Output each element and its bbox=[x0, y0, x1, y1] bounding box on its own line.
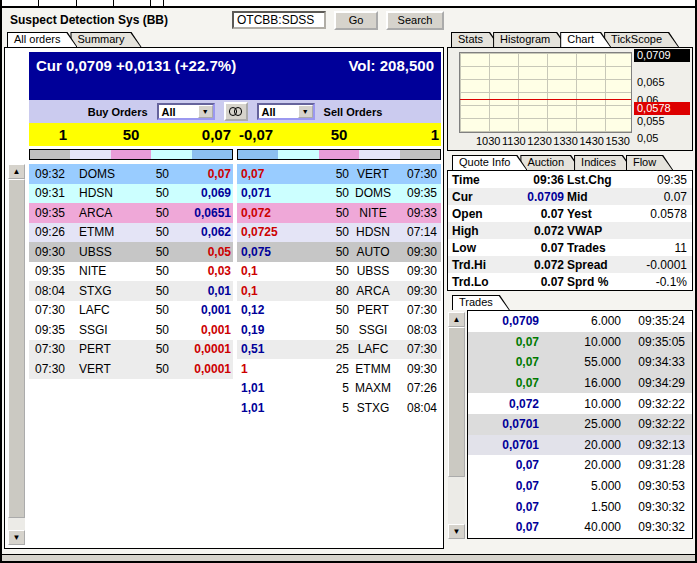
intraday-chart: 0,0709 0,065 0,06 0,0578 0,055 0,05 1030… bbox=[447, 47, 693, 151]
symbol-input[interactable] bbox=[232, 11, 326, 29]
sell-order-row[interactable]: 0,071 50 DOMS 09:35 bbox=[237, 184, 441, 204]
chart-y-axis: 0,0709 0,065 0,06 0,0578 0,055 0,05 bbox=[632, 50, 690, 148]
quote-info-row: Trd.Hi 0.072 Spread -0.0001 bbox=[448, 256, 692, 273]
ask-count: 1 bbox=[373, 126, 441, 143]
buy-order-row[interactable]: 09:35 SSGI 50 0,001 bbox=[29, 320, 233, 340]
tab-trades[interactable]: Trades bbox=[452, 295, 510, 310]
filter-strip: Buy Orders All ▼ All ▼ Sell Orders bbox=[29, 100, 441, 123]
trade-row[interactable]: 0,07 55.000 09:34:33 bbox=[468, 352, 692, 373]
depth-segment bbox=[192, 150, 232, 159]
trades-table: 0,0709 6.000 09:35:24 0,07 10.000 09:35:… bbox=[467, 310, 693, 539]
sell-order-row[interactable]: 0,075 50 AUTO 09:30 bbox=[237, 242, 441, 262]
sell-filter-select[interactable]: All ▼ bbox=[257, 103, 315, 120]
bid-count: 1 bbox=[29, 126, 97, 143]
sell-depth-bar bbox=[237, 149, 441, 160]
buy-order-row[interactable]: 07:30 PERT 50 0,0001 bbox=[29, 340, 233, 360]
scroll-thumb[interactable] bbox=[8, 179, 25, 518]
quote-info-row: Trd.Lo 0.07 Sprd % -0.1% bbox=[448, 273, 692, 290]
trade-row[interactable]: 0,0701 25.000 09:32:22 bbox=[468, 414, 692, 435]
scroll-up-button[interactable]: ▲ bbox=[8, 164, 25, 179]
tab-auction[interactable]: Auction bbox=[520, 155, 581, 170]
buy-order-row[interactable]: 09:31 HDSN 50 0,069 bbox=[29, 184, 233, 204]
x-axis-label: 1530 bbox=[605, 135, 629, 148]
header-bar: Suspect Detection Sys (BB) Go Search bbox=[2, 8, 695, 30]
tab-tickscope[interactable]: TickScope bbox=[604, 32, 679, 47]
tab-stats[interactable]: Stats bbox=[451, 32, 500, 47]
buy-order-row[interactable]: 09:35 NITE 50 0,03 bbox=[29, 262, 233, 282]
quote-info-row: Open 0.07 Yest 0.0578 bbox=[448, 205, 692, 222]
scroll-down-button[interactable]: ▼ bbox=[8, 530, 25, 545]
buy-order-row[interactable]: 07:30 LAFC 50 0,001 bbox=[29, 301, 233, 321]
buy-order-row[interactable]: 09:35 ARCA 50 0,0651 bbox=[29, 203, 233, 223]
depth-segment bbox=[30, 150, 70, 159]
buy-orders-label: Buy Orders bbox=[88, 106, 148, 118]
sell-order-row[interactable]: 0,07 50 VERT 07:30 bbox=[237, 164, 441, 184]
sell-order-row[interactable]: 0,0725 50 HDSN 07:14 bbox=[237, 223, 441, 243]
sell-order-row[interactable]: 0,19 50 SSGI 08:03 bbox=[237, 320, 441, 340]
trade-row[interactable]: 0,07 10.000 09:35:05 bbox=[468, 332, 692, 353]
depth-segment bbox=[359, 150, 399, 159]
sell-order-row[interactable]: 0,51 25 LAFC 07:30 bbox=[237, 340, 441, 360]
scroll-up-button[interactable]: ▲ bbox=[448, 312, 465, 327]
x-axis-label: 1230 bbox=[527, 135, 551, 148]
trade-row[interactable]: 0,0709 6.000 09:35:24 bbox=[468, 311, 692, 332]
buy-order-row[interactable]: 09:30 UBSS 50 0,05 bbox=[29, 242, 233, 262]
order-view-tabs: All orders Summary bbox=[2, 30, 446, 47]
best-bid-ask-bar: 1 50 0,07 -0,07 50 1 bbox=[29, 123, 441, 146]
tab-flow[interactable]: Flow bbox=[626, 155, 673, 170]
scroll-thumb[interactable] bbox=[448, 327, 465, 477]
buy-order-row[interactable]: 07:30 VERT 50 0,0001 bbox=[29, 359, 233, 379]
sell-order-row[interactable]: 0,12 50 PERT 07:30 bbox=[237, 301, 441, 321]
depth-segment bbox=[70, 150, 110, 159]
depth-segment bbox=[319, 150, 359, 159]
trade-row[interactable]: 0,07 5.000 09:30:53 bbox=[468, 476, 692, 497]
sell-order-row[interactable]: 0,072 50 NITE 09:33 bbox=[237, 203, 441, 223]
tab-all-orders[interactable]: All orders bbox=[7, 32, 77, 47]
depth-segment bbox=[151, 150, 191, 159]
bid-size: 50 bbox=[97, 126, 165, 143]
tab-quote-info[interactable]: Quote Info bbox=[452, 155, 527, 170]
depth-segment bbox=[111, 150, 151, 159]
buy-order-row[interactable]: 09:26 ETMM 50 0,062 bbox=[29, 223, 233, 243]
sell-order-row[interactable]: 0,1 80 ARCA 09:30 bbox=[237, 281, 441, 301]
trade-row[interactable]: 0,07 20.000 09:31:28 bbox=[468, 455, 692, 476]
bid-price: 0,07 bbox=[165, 126, 233, 143]
order-book-scrollbar[interactable]: ▲ ▼ bbox=[8, 164, 25, 545]
ask-size: 50 bbox=[305, 126, 373, 143]
tab-indices[interactable]: Indices bbox=[574, 155, 633, 170]
volume-value: Vol: 208,500 bbox=[348, 57, 434, 95]
buy-depth-bar bbox=[29, 149, 233, 160]
depth-bars bbox=[29, 149, 441, 160]
sell-order-row[interactable]: 1,01 5 STXG 08:04 bbox=[237, 398, 441, 418]
chevron-down-icon[interactable]: ▼ bbox=[198, 105, 213, 118]
buy-filter-select[interactable]: All ▼ bbox=[157, 103, 215, 120]
chevron-down-icon[interactable]: ▼ bbox=[298, 105, 313, 118]
depth-segment bbox=[400, 150, 440, 159]
chain-link-icon bbox=[229, 107, 242, 116]
trades-scrollbar[interactable]: ▲ ▼ bbox=[448, 312, 465, 539]
trade-row[interactable]: 0,0701 20.000 09:32:13 bbox=[468, 435, 692, 456]
x-axis-label: 1430 bbox=[579, 135, 603, 148]
scroll-down-button[interactable]: ▼ bbox=[448, 524, 465, 539]
quote-info-row: Low 0.07 Trades 11 bbox=[448, 239, 692, 256]
search-button[interactable]: Search bbox=[386, 11, 444, 30]
sell-order-row[interactable]: 1,01 5 MAXM 07:26 bbox=[237, 379, 441, 399]
sell-order-row[interactable]: 0,1 50 UBSS 09:30 bbox=[237, 262, 441, 282]
buy-order-row[interactable]: 08:04 STXG 50 0,01 bbox=[29, 281, 233, 301]
trade-row[interactable]: 0,07 1.500 09:30:32 bbox=[468, 496, 692, 517]
trade-row[interactable]: 0,07 40.000 09:30:32 bbox=[468, 517, 692, 538]
trade-row[interactable]: 0,072 10.000 09:32:22 bbox=[468, 393, 692, 414]
tab-summary[interactable]: Summary bbox=[70, 32, 141, 47]
best-bid: 1 50 0,07 bbox=[29, 123, 233, 146]
go-button[interactable]: Go bbox=[334, 11, 378, 30]
chart-plot bbox=[459, 52, 632, 133]
buy-order-row[interactable]: 09:32 DOMS 50 0,07 bbox=[29, 164, 233, 184]
quote-info-row: High 0.072 VWAP bbox=[448, 222, 692, 239]
tab-histogram[interactable]: Histogram bbox=[493, 32, 567, 47]
trade-row[interactable]: 0,07 16.000 09:34:29 bbox=[468, 373, 692, 394]
y-axis-label: 0,0578 bbox=[634, 102, 690, 115]
sell-order-row[interactable]: 1 25 ETMM 09:30 bbox=[237, 359, 441, 379]
order-book-content: Cur 0,0709 +0,0131 (+22.7%) Vol: 208,500… bbox=[29, 48, 443, 548]
tab-chart[interactable]: Chart bbox=[560, 32, 611, 47]
link-filters-button[interactable] bbox=[224, 102, 248, 121]
